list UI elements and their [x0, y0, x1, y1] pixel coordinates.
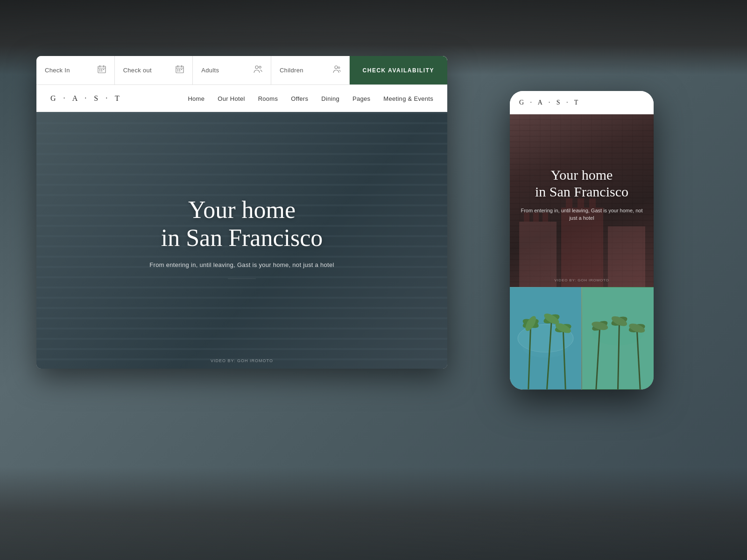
desktop-hero-section: Your home in San Francisco From entering… [36, 112, 447, 369]
hero-content: Your home in San Francisco From entering… [131, 196, 352, 269]
mobile-hero-title: Your home in San Francisco [519, 167, 644, 200]
hero-title-line1: Your home [188, 196, 296, 223]
mobile-nav: G · A · S · T [510, 91, 654, 114]
svg-point-21 [338, 67, 340, 69]
nav-dining-link[interactable]: Dining [321, 95, 339, 102]
bottom-background [0, 467, 747, 560]
mobile-video-credit: VIDEO BY: GOH IROMOTO [554, 278, 609, 282]
adults-icon [253, 65, 262, 76]
hero-subtitle: From entering in, until leaving, Gast is… [149, 260, 334, 270]
check-out-field[interactable]: Check out [115, 56, 193, 84]
check-out-label: Check out [123, 67, 152, 74]
svg-point-18 [255, 66, 258, 69]
adults-field[interactable]: Adults [193, 56, 271, 84]
svg-rect-16 [177, 70, 178, 71]
svg-rect-14 [179, 69, 180, 70]
nav-our-hotel-link[interactable]: Our Hotel [218, 95, 245, 102]
check-in-calendar-icon [98, 65, 106, 76]
desktop-video-credit: VIDEO BY: GOH IROMOTO [211, 358, 273, 363]
pool-thumbnail-left [510, 287, 581, 390]
mobile-device: G · A · S · T Your home in San Francisco… [510, 91, 654, 390]
mobile-title-line2: in San Francisco [535, 184, 628, 199]
check-in-label: Check In [45, 67, 70, 74]
check-availability-button[interactable]: CHECK AVAILABILITY [350, 56, 447, 84]
svg-rect-7 [99, 70, 100, 71]
children-label: Children [280, 67, 303, 74]
adults-label: Adults [201, 67, 219, 74]
mobile-hero-content: Your home in San Francisco From entering… [510, 167, 654, 222]
nav-home[interactable]: Home [188, 94, 204, 103]
nav-rooms-link[interactable]: Rooms [258, 95, 278, 102]
svg-rect-24 [608, 226, 645, 287]
mobile-hero-section: Your home in San Francisco From entering… [510, 114, 654, 287]
mobile-thumbnail-left [510, 287, 581, 390]
svg-rect-4 [99, 69, 100, 70]
hero-title-line2: in San Francisco [161, 224, 323, 251]
nav-home-link[interactable]: Home [188, 95, 204, 102]
svg-point-19 [259, 66, 261, 68]
mobile-hero-subtitle: From entering in, until leaving, Gast is… [519, 207, 644, 222]
nav-dining[interactable]: Dining [321, 94, 339, 103]
svg-rect-22 [519, 222, 557, 287]
check-in-field[interactable]: Check In [36, 56, 115, 84]
children-icon [331, 65, 341, 76]
svg-rect-15 [181, 69, 182, 70]
nav-our-hotel[interactable]: Our Hotel [218, 94, 245, 103]
svg-rect-13 [177, 69, 178, 70]
svg-rect-17 [179, 70, 180, 71]
desktop-logo[interactable]: G · A · S · T [50, 94, 122, 103]
nav-pages-link[interactable]: Pages [352, 95, 370, 102]
nav-meeting-events-link[interactable]: Meeting & Events [383, 95, 433, 102]
hero-title: Your home in San Francisco [149, 196, 334, 252]
pool-thumbnail-right [582, 287, 654, 390]
svg-point-20 [335, 66, 338, 69]
navigation-bar: G · A · S · T Home Our Hotel Rooms Offer… [36, 85, 447, 112]
children-field[interactable]: Children [271, 56, 350, 84]
nav-offers-link[interactable]: Offers [291, 95, 308, 102]
booking-bar: Check In Check out [36, 56, 447, 85]
mobile-logo: G · A · S · T [519, 99, 580, 106]
svg-rect-8 [101, 70, 102, 71]
nav-rooms[interactable]: Rooms [258, 94, 278, 103]
nav-pages[interactable]: Pages [352, 94, 370, 103]
svg-rect-6 [103, 69, 104, 70]
mobile-thumbnails [510, 287, 654, 390]
mobile-title-line1: Your home [551, 167, 613, 182]
check-out-calendar-icon [176, 65, 184, 76]
svg-rect-5 [101, 69, 102, 70]
mobile-thumbnail-right [581, 287, 654, 390]
nav-meeting-events[interactable]: Meeting & Events [383, 94, 433, 103]
nav-links-list: Home Our Hotel Rooms Offers Dining Pages… [188, 94, 433, 103]
nav-offers[interactable]: Offers [291, 94, 308, 103]
desktop-browser-window: Check In Check out [36, 56, 447, 369]
